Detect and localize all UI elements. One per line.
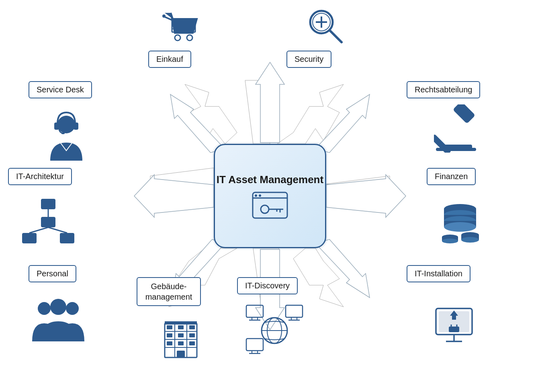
svg-rect-18 (253, 192, 287, 218)
svg-rect-53 (60, 233, 74, 243)
svg-point-22 (261, 205, 269, 213)
hammer-icon (434, 104, 478, 153)
svg-point-36 (162, 14, 166, 18)
svg-marker-11 (315, 94, 370, 153)
svg-rect-90 (246, 305, 263, 317)
label-finanzen: Finanzen (427, 168, 476, 185)
svg-marker-6 (293, 248, 344, 307)
svg-point-66 (442, 239, 458, 243)
label-service-desk: Service Desk (29, 81, 92, 98)
svg-rect-109 (449, 327, 459, 332)
svg-marker-3 (245, 80, 270, 144)
svg-rect-84 (189, 333, 195, 337)
svg-marker-9 (150, 168, 214, 192)
discovery-icon (244, 303, 305, 355)
label-gebaeudemanagement: Gebäude-management (137, 277, 201, 306)
svg-point-20 (255, 194, 257, 197)
svg-rect-82 (167, 333, 172, 337)
svg-marker-16 (134, 175, 214, 217)
building-icon (161, 315, 201, 359)
svg-marker-12 (326, 175, 406, 217)
monitor-icon (432, 304, 480, 353)
svg-point-63 (444, 222, 476, 232)
svg-rect-79 (167, 325, 172, 329)
svg-marker-2 (185, 84, 237, 144)
key-icon (252, 192, 288, 219)
people-icon (30, 297, 86, 341)
svg-rect-45 (61, 133, 65, 134)
svg-rect-44 (74, 122, 78, 130)
label-rechtsabteilung: Rechtsabteilung (407, 81, 480, 98)
svg-point-21 (259, 194, 261, 197)
headset-icon (42, 108, 90, 161)
svg-rect-86 (178, 341, 184, 345)
svg-point-33 (175, 35, 180, 41)
svg-line-55 (29, 227, 48, 233)
svg-line-41 (330, 31, 342, 42)
svg-rect-51 (41, 217, 55, 227)
svg-rect-50 (41, 199, 55, 209)
label-personal: Personal (29, 265, 76, 282)
center-box: IT Asset Management (214, 144, 326, 248)
svg-rect-98 (246, 339, 263, 351)
svg-rect-89 (165, 321, 197, 325)
svg-marker-17 (170, 94, 225, 153)
label-security: Security (286, 51, 331, 68)
svg-rect-52 (22, 233, 37, 243)
svg-point-69 (461, 237, 479, 243)
svg-point-71 (66, 302, 79, 315)
magnifier-icon (305, 6, 346, 46)
label-einkauf: Einkauf (148, 51, 191, 68)
coins-icon (438, 197, 482, 245)
svg-point-34 (187, 35, 192, 41)
svg-point-72 (50, 299, 66, 315)
svg-rect-94 (286, 305, 303, 317)
network-icon (20, 197, 76, 245)
center-title: IT Asset Management (217, 173, 323, 187)
svg-rect-46 (453, 104, 476, 124)
cart-icon (161, 9, 201, 47)
svg-line-56 (48, 227, 67, 233)
svg-rect-81 (189, 325, 195, 329)
svg-marker-5 (326, 176, 390, 192)
label-it-installation: IT-Installation (407, 265, 470, 282)
svg-rect-87 (189, 341, 195, 345)
svg-marker-4 (277, 84, 344, 144)
svg-marker-10 (256, 62, 284, 143)
svg-rect-43 (54, 122, 59, 130)
label-it-architektur: IT-Architektur (8, 168, 72, 185)
diagram-container: .big-arrow { fill: white; stroke: #9aacb… (0, 0, 540, 392)
svg-marker-13 (315, 239, 370, 298)
svg-rect-49 (436, 148, 476, 151)
svg-rect-88 (177, 351, 185, 357)
label-it-discovery: IT-Discovery (237, 277, 298, 294)
svg-rect-80 (178, 325, 184, 329)
svg-point-70 (38, 302, 51, 315)
svg-rect-85 (167, 341, 172, 345)
svg-rect-83 (178, 333, 184, 337)
